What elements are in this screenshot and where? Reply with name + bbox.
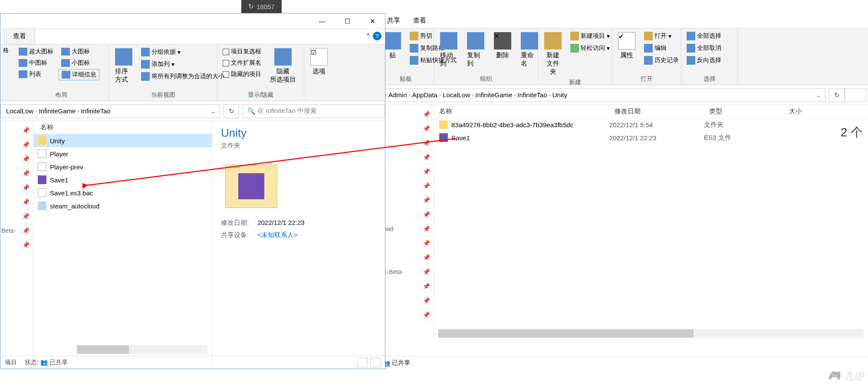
breadcrumb[interactable]: LocalLow› InfiniteGame› InfiniteTao ⌄ bbox=[0, 104, 220, 118]
tab-view[interactable]: 查看 bbox=[413, 16, 426, 25]
pinned-item[interactable]: 📌 bbox=[0, 166, 33, 180]
file-item[interactable]: Unity bbox=[33, 134, 212, 147]
item-checkboxes-toggle[interactable]: 项目复选框 bbox=[220, 46, 264, 57]
pinned-item[interactable]: 📌 bbox=[378, 164, 434, 178]
file-item[interactable]: Save12022/12/1 22:23ES3 文件 bbox=[434, 131, 868, 144]
group-by-button[interactable]: 分组依据 ▾ bbox=[138, 46, 227, 58]
explorer-window-unity: 共享 查看 贴 剪切 复制路径 粘贴快捷方式 贴板 移动到 复制到 ✕删除 重命… bbox=[378, 13, 868, 369]
search-icon: 🔍 bbox=[247, 107, 256, 115]
copy-to-button[interactable]: 复制到 bbox=[464, 30, 488, 74]
pin-icon: 📌 bbox=[423, 154, 430, 161]
refresh-button[interactable]: ↻ bbox=[829, 88, 845, 102]
properties-button[interactable]: ✔属性 bbox=[615, 30, 639, 74]
invert-selection-button[interactable]: 反向选择 bbox=[684, 55, 724, 66]
pin-icon: 📌 bbox=[22, 227, 30, 234]
view-details[interactable]: 详细信息 bbox=[59, 69, 99, 80]
file-item[interactable]: 83a49278-8bb2-4be3-adc3-7b39ea3fb5dc2022… bbox=[434, 118, 868, 131]
pinned-item[interactable]: 📌 bbox=[0, 180, 33, 195]
hidden-items-toggle[interactable]: 隐藏的项目 bbox=[220, 69, 264, 79]
horizontal-scrollbar[interactable] bbox=[77, 345, 207, 354]
pin-icon: 📌 bbox=[423, 125, 430, 132]
pinned-item[interactable]: 📌 bbox=[378, 207, 434, 221]
resize-columns-button[interactable]: 将所有列调整为合适的大小 bbox=[138, 71, 227, 82]
history-button[interactable]: 历史记录 bbox=[641, 55, 681, 66]
view-medium[interactable]: 中图标 bbox=[16, 58, 56, 68]
ribbon: 格 超大图标 中图标 列表 大图标 小图标 详细信息 布局 排序方式 bbox=[0, 45, 385, 101]
pinned-item[interactable]: 📌 bbox=[378, 121, 434, 135]
tab-share[interactable]: 共享 bbox=[387, 16, 400, 25]
pinned-item[interactable]: 📌 bbox=[378, 279, 434, 293]
pinned-item[interactable]: 📌 bbox=[0, 123, 33, 137]
breadcrumb[interactable]: › Admin› AppData› LocalLow› InfiniteGame… bbox=[381, 88, 825, 102]
nav-pane[interactable]: 📌📌📌📌📌📌📌Beta-📌📌 bbox=[0, 121, 33, 369]
search-box-partial[interactable] bbox=[845, 88, 866, 102]
minimize-button[interactable]: — bbox=[309, 13, 335, 29]
help-icon[interactable]: ? bbox=[373, 32, 381, 40]
pinned-item[interactable]: Beta-📌 bbox=[0, 223, 33, 238]
easy-access-button[interactable]: 轻松访问 ▾ bbox=[568, 43, 612, 54]
pinned-item[interactable]: 📌 bbox=[378, 193, 434, 207]
view-list[interactable]: 列表 bbox=[16, 69, 56, 79]
file-item[interactable]: Save1 bbox=[33, 173, 212, 186]
pinned-item[interactable]: 📌 bbox=[378, 293, 434, 307]
chevron-up-icon[interactable]: ⌃ bbox=[365, 32, 371, 40]
file-item[interactable]: Save1.es3.bac bbox=[33, 186, 212, 199]
new-folder-button[interactable]: 新建 文件夹 bbox=[541, 30, 565, 78]
sort-button[interactable]: 排序方式 bbox=[112, 46, 136, 90]
view-icons-toggle[interactable] bbox=[370, 358, 381, 367]
delete-button[interactable]: ✕删除 bbox=[490, 30, 515, 74]
pinned-item[interactable]: 📌 bbox=[378, 135, 434, 150]
pin-icon: 📌 bbox=[423, 168, 430, 175]
column-type[interactable]: 类型 bbox=[704, 107, 784, 115]
view-details-toggle[interactable] bbox=[357, 358, 368, 367]
close-button[interactable]: ✕ bbox=[360, 13, 385, 29]
open-button[interactable]: 打开 ▾ bbox=[641, 30, 681, 42]
add-column-button[interactable]: 添加列 ▾ bbox=[138, 59, 227, 70]
maximize-button[interactable]: ☐ bbox=[335, 13, 360, 29]
pinned-item[interactable]: 📌 bbox=[378, 150, 434, 164]
edit-button[interactable]: 编辑 bbox=[641, 43, 681, 54]
file-extensions-toggle[interactable]: 文件扩展名 bbox=[220, 58, 264, 68]
column-size[interactable]: 大小 bbox=[784, 107, 807, 115]
watermark: 🎮 九游 bbox=[828, 369, 865, 383]
pinned-item[interactable]: 📌 bbox=[378, 107, 434, 121]
pinned-item[interactable]: 📌 bbox=[0, 152, 33, 166]
pinned-item[interactable]: 📌 bbox=[0, 238, 33, 252]
hide-selected-button[interactable]: 隐藏 所选项目 bbox=[266, 46, 299, 90]
pinned-item[interactable]: ne📌 bbox=[378, 307, 434, 322]
new-item-button[interactable]: 新建项目 ▾ bbox=[568, 30, 612, 42]
pinned-item[interactable]: 7.1-Beta-📌 bbox=[378, 264, 434, 279]
tab-view[interactable]: 查看 bbox=[4, 28, 35, 44]
select-all-button[interactable]: 全部选择 bbox=[684, 30, 724, 42]
pinned-item[interactable]: nload📌 bbox=[378, 221, 434, 236]
pin-icon: 📌 bbox=[423, 197, 430, 204]
options-button[interactable]: ☑选项 bbox=[307, 46, 331, 98]
pinned-item[interactable]: 📌 bbox=[0, 209, 33, 223]
nav-pane[interactable]: 📌📌📌📌📌in📌📌📌nload📌📌📌7.1-Beta-📌📌📌ne📌 bbox=[378, 105, 434, 340]
select-none-button[interactable]: 全部取消 bbox=[684, 43, 724, 54]
address-bar: › Admin› AppData› LocalLow› InfiniteGame… bbox=[378, 85, 868, 105]
file-item[interactable]: Player-prev bbox=[33, 160, 212, 173]
column-date[interactable]: 修改日期 bbox=[609, 107, 704, 115]
refresh-button[interactable]: ↻ bbox=[224, 104, 239, 118]
search-input[interactable]: 🔍 在 InfiniteTao 中搜索 bbox=[243, 104, 385, 118]
horizontal-scrollbar[interactable] bbox=[438, 329, 864, 338]
file-item[interactable]: steam_autocloud bbox=[33, 199, 212, 212]
pinned-item[interactable]: 📌 bbox=[378, 250, 434, 264]
file-item[interactable]: Player bbox=[33, 147, 212, 160]
view-large[interactable]: 大图标 bbox=[59, 46, 99, 57]
view-small[interactable]: 小图标 bbox=[59, 58, 99, 68]
browser-tab-fragment: ↻ 18057 bbox=[241, 0, 282, 13]
move-to-button[interactable]: 移动到 bbox=[437, 30, 461, 74]
column-name[interactable]: 名称 bbox=[40, 123, 53, 132]
view-extra-large[interactable]: 超大图标 bbox=[16, 46, 56, 57]
dropdown-icon[interactable]: ⌄ bbox=[816, 91, 822, 99]
pinned-item[interactable]: 📌 bbox=[0, 137, 33, 152]
pinned-item[interactable]: 📌 bbox=[0, 195, 33, 209]
pin-icon: 📌 bbox=[423, 254, 430, 261]
pinned-item[interactable]: 📌 bbox=[378, 236, 434, 250]
select-none-icon bbox=[687, 44, 695, 53]
pinned-item[interactable]: in📌 bbox=[378, 178, 434, 193]
dropdown-icon[interactable]: ⌄ bbox=[210, 107, 216, 115]
column-name[interactable]: 名称 bbox=[434, 107, 609, 115]
